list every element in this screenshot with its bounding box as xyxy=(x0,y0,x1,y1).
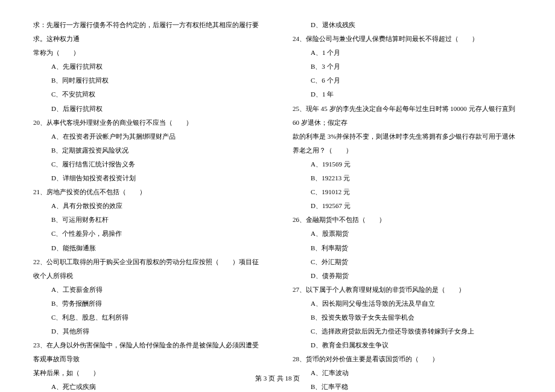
question-text: 22、公司职工取得的用于购买企业国有股权的劳动分红应按照（ ）项目征收个人所得税 xyxy=(33,255,262,283)
answer-option: A、因长期同父母生活导致的无法及早自立 xyxy=(293,297,522,311)
answer-option: B、定期披露投资风险状况 xyxy=(33,144,262,157)
answer-option: C、6 个月 xyxy=(293,74,522,87)
right-column: D、退休或残疾24、保险公司与兼业代理人保费结算时间最长不得超过（ ）A、1 个… xyxy=(293,18,522,392)
answer-option: A、191569 元 xyxy=(293,157,522,171)
answer-option: B、3 个月 xyxy=(293,60,522,74)
answer-option: D、192567 元 xyxy=(293,199,522,213)
question-text: 求：先履行一方履行债务不符合约定的，后履行一方有权拒绝其相应的履行要求。这种权力… xyxy=(33,18,262,46)
document-content: 求：先履行一方履行债务不符合约定的，后履行一方有权拒绝其相应的履行要求。这种权力… xyxy=(33,18,522,392)
answer-option: D、教育金归属权发生争议 xyxy=(293,338,522,352)
answer-option: C、利息、股息、红利所得 xyxy=(33,311,262,324)
question-text: 23、在人身以外伤害保险中，保险人给付保险金的条件是被保险人必须因遭受客观事故而… xyxy=(33,338,262,366)
page-number: 第 3 页 共 18 页 xyxy=(255,375,300,382)
answer-option: A、工资薪金所得 xyxy=(33,283,262,297)
question-text: 20、从事代客境外理财业务的商业银行不应当（ ） xyxy=(33,116,262,130)
answer-option: A、股票期货 xyxy=(293,227,522,241)
answer-option: D、1 年 xyxy=(293,87,522,101)
answer-option: D、后履行抗辩权 xyxy=(33,102,262,116)
question-text: 款的利率是 3%并保持不变，则退休时李先生将拥有多少银行存款可用于退休养老之用？… xyxy=(293,130,522,157)
answer-option: C、不安抗辩权 xyxy=(33,87,262,101)
answer-option: B、可运用财务杠杆 xyxy=(33,213,262,227)
answer-option: A、具有分散投资的效应 xyxy=(33,199,262,213)
left-column: 求：先履行一方履行债务不符合约定的，后履行一方有权拒绝其相应的履行要求。这种权力… xyxy=(33,18,262,392)
page-footer: 第 3 页 共 18 页 xyxy=(0,374,555,383)
question-text: 常称为（ ） xyxy=(33,46,262,60)
question-text: 26、金融期货中不包括（ ） xyxy=(293,213,522,227)
answer-option: B、投资失败导致子女失去留学机会 xyxy=(293,311,522,324)
answer-option: C、个性差异小，易操作 xyxy=(33,227,262,241)
answer-option: A、1 个月 xyxy=(293,46,522,60)
answer-option: C、外汇期货 xyxy=(293,255,522,269)
answer-option: D、详细告知投资者投资计划 xyxy=(33,171,262,185)
question-text: 24、保险公司与兼业代理人保费结算时间最长不得超过（ ） xyxy=(293,32,522,46)
answer-option: A、在投资者开设帐户时为其捆绑理财产品 xyxy=(33,130,262,144)
answer-option: D、其他所得 xyxy=(33,324,262,338)
question-text: 25、现年 45 岁的李先生决定自今年起每年过生日时将 10000 元存人银行直… xyxy=(293,102,522,130)
question-text: 28、货币的对外价值主要是看该国货币的（ ） xyxy=(293,352,522,366)
answer-option: B、同时履行抗辩权 xyxy=(33,74,262,87)
answer-option: C、191012 元 xyxy=(293,185,522,199)
answer-option: D、能抵御通胀 xyxy=(33,241,262,255)
question-text: 27、以下属于个人教育理财规划的非货币风险的是（ ） xyxy=(293,283,522,297)
answer-option: C、履行结售汇统计报告义务 xyxy=(33,157,262,171)
answer-option: B、利率期货 xyxy=(293,241,522,255)
answer-option: D、债券期货 xyxy=(293,269,522,283)
answer-option: B、劳务报酬所得 xyxy=(33,297,262,311)
answer-option: C、选择政府贷款后因无力偿还导致债券转嫁到子女身上 xyxy=(293,324,522,338)
question-text: 21、房地产投资的优点不包括（ ） xyxy=(33,185,262,199)
answer-option: D、退休或残疾 xyxy=(293,18,522,32)
answer-option: A、先履行抗辩权 xyxy=(33,60,262,74)
answer-option: B、192213 元 xyxy=(293,171,522,185)
